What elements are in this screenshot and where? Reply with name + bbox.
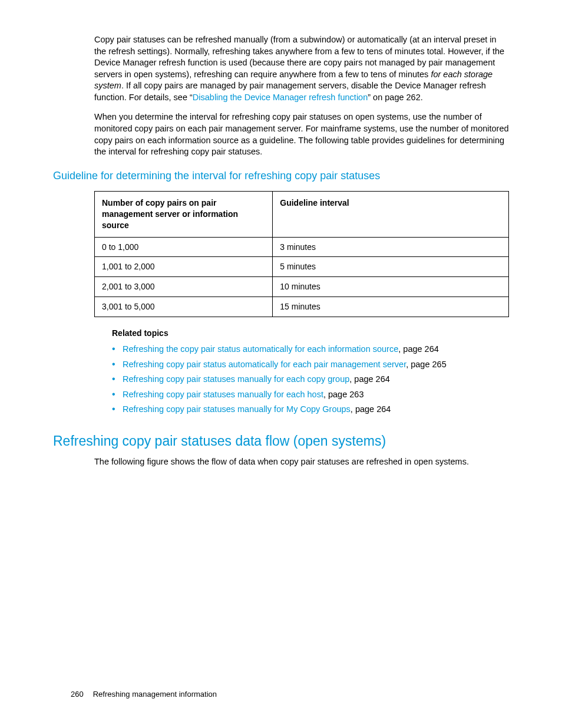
table-row: 0 to 1,000 3 minutes xyxy=(95,237,509,257)
list-item: Refreshing copy pair status automaticall… xyxy=(112,359,509,371)
body-block-2: The following figure shows the flow of d… xyxy=(53,456,509,468)
table-header: Guideline interval xyxy=(273,191,509,237)
body-block-1: Copy pair statuses can be refreshed manu… xyxy=(53,34,509,158)
link-related-1[interactable]: Refreshing the copy pair status automati… xyxy=(123,344,398,354)
table-cell: 2,001 to 3,000 xyxy=(95,277,273,297)
link-related-5[interactable]: Refreshing copy pair statuses manually f… xyxy=(123,404,351,414)
text: , page 263 xyxy=(323,390,364,399)
table-header: Number of copy pairs on pair management … xyxy=(95,191,273,237)
text: ” on page 262. xyxy=(368,93,423,102)
paragraph-2: When you determine the interval for refr… xyxy=(94,111,509,157)
table-header-row: Number of copy pairs on pair management … xyxy=(95,191,509,237)
table-cell: 3,001 to 5,000 xyxy=(95,297,273,317)
text: , page 264 xyxy=(349,374,390,384)
related-topics-heading: Related topics xyxy=(112,328,509,339)
table-cell: 15 minutes xyxy=(273,297,509,317)
table-cell: 1,001 to 2,000 xyxy=(95,257,273,277)
list-item: Refreshing copy pair statuses manually f… xyxy=(112,374,509,386)
table-row: 3,001 to 5,000 15 minutes xyxy=(95,297,509,317)
table-cell: 10 minutes xyxy=(273,277,509,297)
table-row: 2,001 to 3,000 10 minutes xyxy=(95,277,509,297)
text: , page 264 xyxy=(351,404,391,414)
table-wrapper: Number of copy pairs on pair management … xyxy=(53,191,509,416)
list-item: Refreshing copy pair statuses manually f… xyxy=(112,389,509,401)
list-item: Refreshing copy pair statuses manually f… xyxy=(112,404,509,416)
heading-guideline: Guideline for determining the interval f… xyxy=(53,169,509,183)
text: , page 265 xyxy=(406,360,447,369)
link-related-4[interactable]: Refreshing copy pair statuses manually f… xyxy=(123,390,323,399)
paragraph-3: The following figure shows the flow of d… xyxy=(94,456,509,468)
paragraph-1: Copy pair statuses can be refreshed manu… xyxy=(94,34,509,103)
heading-data-flow: Refreshing copy pair statuses data flow … xyxy=(53,432,509,450)
link-related-3[interactable]: Refreshing copy pair statuses manually f… xyxy=(123,374,349,384)
page: Copy pair statuses can be refreshed manu… xyxy=(0,0,562,728)
text: , page 264 xyxy=(398,344,439,354)
link-disabling-refresh[interactable]: Disabling the Device Manager refresh fun… xyxy=(193,93,368,102)
table-cell: 3 minutes xyxy=(273,237,509,257)
guideline-table: Number of copy pairs on pair management … xyxy=(94,191,509,317)
link-related-2[interactable]: Refreshing copy pair status automaticall… xyxy=(123,360,406,369)
list-item: Refreshing the copy pair status automati… xyxy=(112,344,509,355)
related-topics-list: Refreshing the copy pair status automati… xyxy=(94,344,509,416)
table-cell: 0 to 1,000 xyxy=(95,237,273,257)
table-row: 1,001 to 2,000 5 minutes xyxy=(95,257,509,277)
footer-title: Refreshing management information xyxy=(93,690,217,699)
table-cell: 5 minutes xyxy=(273,257,509,277)
page-number: 260 xyxy=(71,690,84,699)
page-footer: 260Refreshing management information xyxy=(71,689,217,700)
